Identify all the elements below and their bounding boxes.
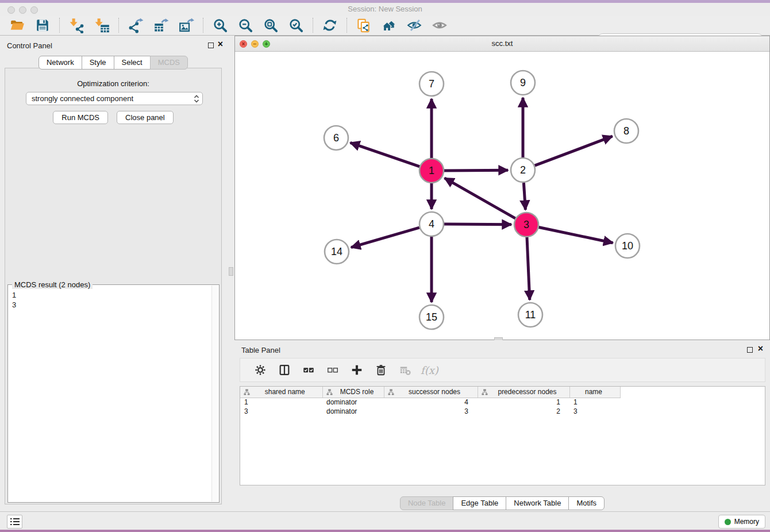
network-graph[interactable]: 1234678910111415 bbox=[235, 52, 769, 340]
graph-edge-3-10[interactable] bbox=[539, 228, 613, 243]
network-canvas[interactable]: 1234678910111415 bbox=[235, 52, 769, 340]
tab-edge-table[interactable]: Edge Table bbox=[453, 496, 506, 510]
table-row[interactable]: 3dominator323 bbox=[240, 407, 765, 416]
table-cell[interactable]: 1 bbox=[478, 398, 569, 407]
delete-table-icon bbox=[399, 364, 411, 376]
zoom-out-button[interactable] bbox=[237, 17, 254, 34]
export-network-button[interactable] bbox=[127, 17, 144, 34]
close-panel-button[interactable]: Close panel bbox=[117, 111, 174, 124]
graph-node-8[interactable]: 8 bbox=[614, 119, 638, 143]
delete-table-button[interactable] bbox=[396, 361, 414, 379]
import-table-icon bbox=[94, 18, 110, 33]
memory-button[interactable]: Memory bbox=[718, 515, 765, 529]
row-filler bbox=[620, 398, 765, 407]
graph-edge-1-6[interactable] bbox=[351, 142, 420, 167]
table-options-button[interactable] bbox=[252, 361, 269, 379]
import-table-button[interactable] bbox=[93, 17, 110, 34]
graph-edge-4-14[interactable] bbox=[351, 228, 419, 248]
unselect-all-columns-button[interactable] bbox=[324, 361, 341, 379]
import-network-button[interactable] bbox=[68, 17, 85, 34]
graph-node-1[interactable]: 1 bbox=[419, 159, 444, 183]
function-builder-button[interactable]: f(x) bbox=[421, 361, 438, 379]
tab-style[interactable]: Style bbox=[82, 56, 114, 70]
graph-node-4[interactable]: 4 bbox=[419, 212, 444, 236]
table-cell[interactable]: 1 bbox=[569, 398, 620, 407]
export-table-icon bbox=[153, 18, 169, 33]
table-panel-tabs: Node Table Edge Table Network Table Moti… bbox=[234, 496, 770, 510]
column-header[interactable]: predecessor nodes bbox=[478, 387, 569, 398]
tab-node-table[interactable]: Node Table bbox=[400, 496, 454, 510]
toolbar-separator bbox=[203, 18, 203, 33]
graph-node-14[interactable]: 14 bbox=[325, 240, 349, 264]
zoom-fit-icon bbox=[263, 18, 279, 33]
select-all-columns-button[interactable] bbox=[300, 361, 317, 379]
table-row[interactable]: 1dominator411 bbox=[240, 398, 765, 407]
svg-text:15: 15 bbox=[426, 311, 437, 323]
graph-edge-1-2[interactable] bbox=[444, 170, 508, 171]
export-network-icon bbox=[128, 18, 144, 33]
graph-edge-2-3[interactable] bbox=[523, 183, 525, 210]
optimization-criterion-label: Optimization criterion: bbox=[5, 79, 221, 88]
graph-node-2[interactable]: 2 bbox=[511, 158, 535, 182]
save-session-button[interactable] bbox=[34, 17, 51, 34]
close-panel-icon[interactable]: × bbox=[218, 38, 223, 50]
zoom-in-button[interactable] bbox=[211, 17, 229, 34]
refresh-view-button[interactable] bbox=[321, 17, 338, 34]
column-header[interactable]: name bbox=[569, 387, 620, 398]
run-mcds-button[interactable]: Run MCDS bbox=[53, 111, 108, 124]
column-header[interactable]: MCDS role bbox=[322, 387, 384, 398]
graph-edge-2-8[interactable] bbox=[535, 136, 613, 165]
houses-icon bbox=[381, 18, 397, 33]
result-scrollbar[interactable] bbox=[211, 286, 218, 502]
export-table-button[interactable] bbox=[152, 17, 170, 34]
network-window-titlebar[interactable]: × − + scc.txt bbox=[235, 36, 769, 52]
open-cyndex-button[interactable] bbox=[380, 17, 398, 34]
float-table-panel-icon[interactable] bbox=[747, 347, 753, 353]
graph-node-11[interactable]: 11 bbox=[518, 303, 542, 327]
table-cell[interactable]: dominator bbox=[322, 407, 384, 416]
create-column-button[interactable] bbox=[348, 361, 365, 379]
tab-select[interactable]: Select bbox=[114, 56, 151, 70]
table-cell[interactable]: 3 bbox=[569, 407, 620, 416]
table-cell[interactable]: 1 bbox=[240, 398, 322, 407]
open-file-button[interactable] bbox=[9, 17, 26, 34]
graph-node-3[interactable]: 3 bbox=[514, 213, 538, 237]
column-header[interactable]: successor nodes bbox=[384, 387, 478, 398]
task-history-button[interactable] bbox=[7, 515, 22, 529]
graph-node-15[interactable]: 15 bbox=[419, 305, 444, 329]
table-cell[interactable]: 3 bbox=[384, 407, 478, 416]
eye-icon bbox=[432, 18, 448, 33]
show-all-button[interactable] bbox=[431, 17, 448, 34]
tab-motifs[interactable]: Motifs bbox=[568, 496, 605, 510]
tab-network[interactable]: Network bbox=[38, 56, 82, 70]
close-table-panel-icon[interactable]: × bbox=[758, 343, 763, 354]
vertical-splitter-grip[interactable] bbox=[229, 267, 233, 276]
clone-network-button[interactable] bbox=[355, 17, 372, 34]
table-panel-title: Table Panel bbox=[241, 346, 280, 354]
table-cell[interactable]: 3 bbox=[240, 407, 322, 416]
float-panel-icon[interactable] bbox=[208, 43, 214, 48]
graph-edge-3-11[interactable] bbox=[527, 237, 530, 300]
export-image-button[interactable] bbox=[178, 17, 195, 34]
svg-text:10: 10 bbox=[622, 240, 633, 252]
columns-icon bbox=[278, 364, 291, 376]
zoom-selected-button[interactable] bbox=[287, 17, 305, 34]
criterion-dropdown[interactable]: strongly connected component bbox=[26, 92, 203, 105]
show-column-button[interactable] bbox=[276, 361, 293, 379]
graph-node-9[interactable]: 9 bbox=[511, 71, 535, 95]
tab-mcds[interactable]: MCDS bbox=[150, 56, 188, 70]
tab-network-table[interactable]: Network Table bbox=[506, 496, 569, 510]
delete-columns-button[interactable] bbox=[372, 361, 390, 379]
zoom-fit-button[interactable] bbox=[262, 17, 279, 34]
column-header[interactable]: shared name bbox=[240, 387, 322, 398]
table-cell[interactable]: 2 bbox=[478, 407, 569, 416]
table-cell[interactable]: dominator bbox=[322, 398, 384, 407]
svg-text:3: 3 bbox=[523, 219, 529, 230]
graph-edge-3-1[interactable] bbox=[445, 178, 515, 218]
hide-selected-button[interactable] bbox=[406, 17, 423, 34]
graph-node-10[interactable]: 10 bbox=[615, 234, 640, 258]
graph-edge-4-3[interactable] bbox=[444, 224, 511, 225]
graph-node-7[interactable]: 7 bbox=[419, 72, 444, 96]
table-cell[interactable]: 4 bbox=[384, 398, 478, 407]
graph-node-6[interactable]: 6 bbox=[324, 126, 348, 150]
